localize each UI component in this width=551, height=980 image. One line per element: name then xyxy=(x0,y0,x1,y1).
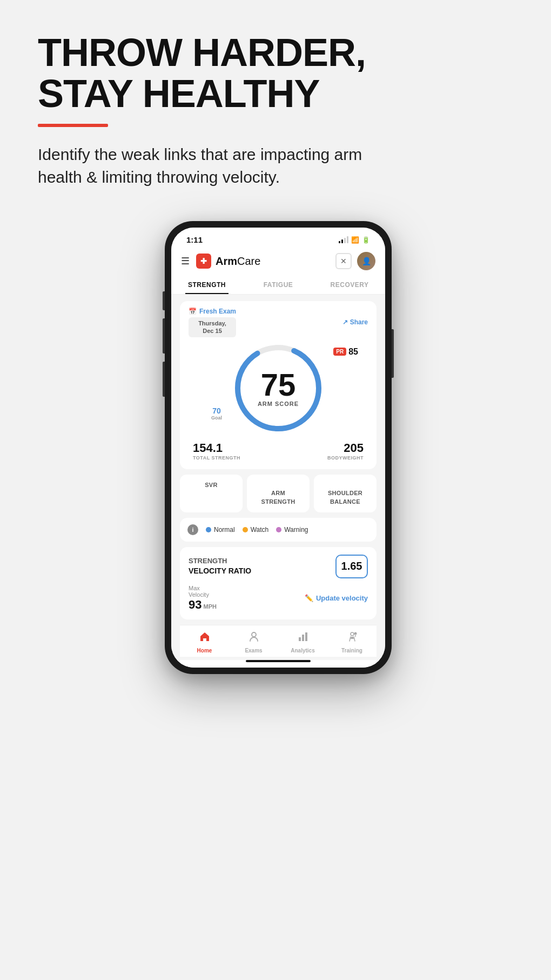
pr-tag: PR xyxy=(333,348,346,356)
side-button-vol-up xyxy=(163,318,165,354)
nav-training-label: Training xyxy=(341,648,362,654)
home-indicator-bar xyxy=(246,660,311,662)
app-tabs: STRENGTH FATIGUE RECOVERY xyxy=(171,276,385,295)
svr-value-box: 1.65 xyxy=(335,555,368,578)
hamburger-icon[interactable]: ☰ xyxy=(181,255,190,267)
metric-card-arm-strength[interactable]: ARM STRENGTH xyxy=(247,475,310,512)
status-time: 1:11 xyxy=(186,235,203,244)
tab-fatigue[interactable]: FATIGUE xyxy=(243,276,314,294)
metric-cards: SVR ARM STRENGTH SHOULDER BALANCE xyxy=(180,475,377,512)
header-icons: ✕ 👤 xyxy=(335,252,375,270)
svg-rect-4 xyxy=(302,635,304,641)
metric-card-svr[interactable]: SVR xyxy=(180,475,243,512)
nav-analytics-label: Analytics xyxy=(291,648,314,654)
nav-exams[interactable]: Exams xyxy=(238,631,270,654)
page-wrapper: THROW HARDER, STAY HEALTHY Identify the … xyxy=(0,0,551,706)
velocity-unit: MPH xyxy=(203,603,216,610)
tab-recovery[interactable]: RECOVERY xyxy=(314,276,385,294)
legend-section: i Normal Watch Warning xyxy=(180,518,377,542)
share-icon: ↗ xyxy=(342,318,348,326)
hero-title: THROW HARDER, STAY HEALTHY xyxy=(38,32,519,114)
arm-score-label: ARM SCORE xyxy=(258,401,299,407)
logo-text: ArmCare xyxy=(216,255,260,268)
total-strength-value: 154.1 xyxy=(193,441,240,455)
goal-text: Goal xyxy=(211,415,222,421)
legend-dot-warning xyxy=(276,527,281,532)
status-icons: 📶 🔋 xyxy=(339,236,370,244)
bodyweight-value: 205 xyxy=(327,441,364,455)
legend-row: i Normal Watch Warning xyxy=(187,524,369,535)
svr-bottom: MaxVelocity 93 MPH ✏️ Update velocity xyxy=(189,585,368,612)
calendar-small-icon: 📅 xyxy=(189,308,197,315)
training-nav-icon xyxy=(346,631,358,646)
nav-training[interactable]: Training xyxy=(336,631,368,654)
score-circle-area: 75 ARM SCORE 70 Goal PR 85 xyxy=(189,339,368,437)
battery-icon: 🔋 xyxy=(362,236,370,244)
legend-normal: Normal xyxy=(206,526,235,534)
score-card-header: 📅 Fresh Exam Thursday,Dec 15 ↗ Share xyxy=(189,308,368,337)
nav-home-label: Home xyxy=(197,648,212,654)
svr-title: STRENGTH VELOCITY RATIO xyxy=(189,557,251,576)
signal-bar-2 xyxy=(341,239,343,243)
total-strength-label: TOTAL STRENGTH xyxy=(193,455,240,461)
velocity-number: 93 xyxy=(189,598,201,612)
legend-dot-normal xyxy=(206,527,211,532)
app-content: 📅 Fresh Exam Thursday,Dec 15 ↗ Share xyxy=(171,295,385,668)
logo-shield-icon: ✚ xyxy=(196,254,211,269)
analytics-nav-icon xyxy=(297,631,309,646)
score-card: 📅 Fresh Exam Thursday,Dec 15 ↗ Share xyxy=(180,301,377,469)
red-bar xyxy=(38,124,108,127)
phone-container: 1:11 📶 🔋 ☰ xyxy=(38,221,519,674)
goal-number: 70 xyxy=(211,406,222,415)
total-strength-stat: 154.1 TOTAL STRENGTH xyxy=(193,441,240,461)
app-logo: ✚ ArmCare xyxy=(196,254,260,269)
stats-row: 154.1 TOTAL STRENGTH 205 BODYWEIGHT xyxy=(189,441,368,461)
svg-rect-5 xyxy=(305,632,307,641)
velocity-value: 93 MPH xyxy=(189,598,217,612)
share-button[interactable]: ↗ Share xyxy=(342,318,368,326)
nav-home[interactable]: Home xyxy=(189,631,221,654)
score-center: 75 ARM SCORE xyxy=(258,369,299,407)
bodyweight-stat: 205 BODYWEIGHT xyxy=(327,441,364,461)
metric-card-shoulder-balance[interactable]: SHOULDER BALANCE xyxy=(314,475,377,512)
svg-point-7 xyxy=(354,632,357,635)
svg-rect-3 xyxy=(299,637,301,641)
pr-number: 85 xyxy=(348,347,358,357)
phone-screen: 1:11 📶 🔋 ☰ xyxy=(171,228,385,668)
date-label: Thursday,Dec 15 xyxy=(189,317,236,337)
svg-point-2 xyxy=(252,632,256,637)
nav-analytics[interactable]: Analytics xyxy=(287,631,319,654)
bottom-nav: Home Exams xyxy=(180,625,377,657)
update-velocity-button[interactable]: ✏️ Update velocity xyxy=(305,594,368,602)
home-nav-icon xyxy=(199,631,211,646)
side-button-power xyxy=(392,329,394,378)
hero-subtitle: Identify the weak links that are impacti… xyxy=(38,143,405,189)
svr-card-top: STRENGTH VELOCITY RATIO 1.65 xyxy=(189,555,368,578)
signal-bars xyxy=(339,237,348,243)
signal-bar-1 xyxy=(339,241,340,243)
status-bar: 1:11 📶 🔋 xyxy=(171,228,385,248)
avatar[interactable]: 👤 xyxy=(357,252,375,270)
pr-badge: PR 85 xyxy=(333,347,358,357)
svg-point-6 xyxy=(351,632,354,636)
phone-mockup: 1:11 📶 🔋 ☰ xyxy=(165,221,392,674)
legend-warning: Warning xyxy=(276,526,308,534)
tab-strength[interactable]: STRENGTH xyxy=(171,276,243,294)
calendar-icon-button[interactable]: ✕ xyxy=(335,253,352,269)
signal-bar-4 xyxy=(347,236,348,243)
legend-watch: Watch xyxy=(243,526,269,534)
max-velocity-label: MaxVelocity xyxy=(189,585,217,598)
nav-exams-label: Exams xyxy=(245,648,262,654)
exams-nav-icon xyxy=(248,631,260,646)
signal-bar-3 xyxy=(344,238,346,243)
info-icon[interactable]: i xyxy=(187,524,198,535)
wifi-icon: 📶 xyxy=(351,236,359,244)
bodyweight-label: BODYWEIGHT xyxy=(327,455,364,461)
arm-score-number: 75 xyxy=(258,369,299,401)
goal-label: 70 Goal xyxy=(211,406,222,421)
legend-dot-watch xyxy=(243,527,248,532)
fresh-exam-button[interactable]: 📅 Fresh Exam xyxy=(189,308,236,315)
side-button-mute xyxy=(163,291,165,310)
pencil-icon: ✏️ xyxy=(305,594,313,602)
svr-card: STRENGTH VELOCITY RATIO 1.65 MaxVelocity xyxy=(180,547,377,619)
